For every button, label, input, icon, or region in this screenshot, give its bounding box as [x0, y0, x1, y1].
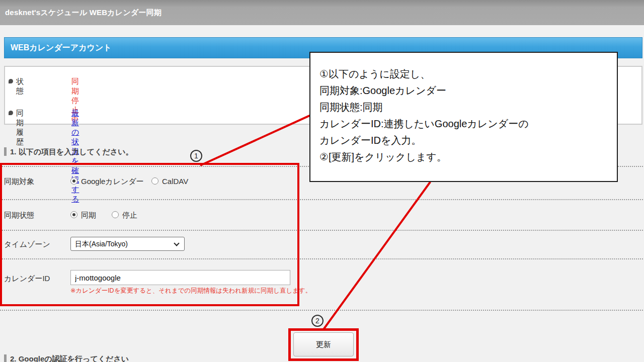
sync-target-caldav-label[interactable]: CalDAV: [162, 177, 188, 186]
status-state-label: 状態: [16, 77, 24, 96]
timezone-label: タイムゾーン: [4, 240, 50, 249]
sync-state-off-label[interactable]: 停止: [122, 211, 137, 220]
update-button[interactable]: 更新: [293, 332, 354, 356]
callout-line: カレンダーIDを入力。: [319, 132, 610, 149]
row-separator: [0, 199, 643, 200]
sync-target-label: 同期対象: [4, 177, 34, 187]
app-title-bar: desknet'sスケジュール WEBカレンダー同期: [0, 0, 644, 25]
section-2-bar: [4, 354, 7, 362]
row-separator: [0, 310, 643, 311]
callout-line: 同期状態:同期: [319, 99, 610, 116]
instruction-callout: ①以下のように設定し、 同期対象:Googleカレンダー 同期状態:同期 カレン…: [309, 52, 618, 182]
sync-target-google-label[interactable]: Googleカレンダー: [81, 177, 144, 187]
sync-state-label: 同期状態: [4, 211, 34, 220]
sync-state-on-label[interactable]: 同期: [81, 211, 96, 220]
sync-state-on-radio[interactable]: [70, 211, 77, 218]
calendar-id-label: カレンダーID: [4, 274, 50, 284]
timezone-select[interactable]: 日本(Asia/Tokyo): [70, 237, 185, 251]
sync-target-caldav-radio[interactable]: [151, 177, 158, 185]
timezone-selected-value: 日本(Asia/Tokyo): [75, 237, 128, 250]
row-separator: [0, 230, 643, 231]
callout-line: ②[更新]をクリックします。: [319, 149, 610, 165]
chevron-down-icon: [174, 240, 179, 246]
webcal-sync-settings-page: desknet'sスケジュール WEBカレンダー同期 WEBカレンダーアカウント…: [0, 0, 644, 362]
balloon-icon: [9, 79, 13, 83]
section-1-title: 1. 以下の項目を入力してください。: [10, 147, 133, 157]
balloon-icon: [9, 111, 13, 115]
section-1-bar: [4, 147, 7, 156]
step-2-badge: 2: [311, 315, 324, 327]
status-history-label: 同期履歴: [16, 109, 24, 147]
section-2-title: 2. Googleの認証を行ってください: [10, 354, 129, 362]
callout-line: 同期対象:Googleカレンダー: [319, 82, 610, 99]
row-separator: [0, 258, 643, 259]
sync-state-off-radio[interactable]: [112, 211, 119, 218]
app-title: desknet'sスケジュール WEBカレンダー同期: [5, 0, 162, 25]
calendar-id-note: ※カレンダーIDを変更すると、それまでの同期情報は失われ新規に同期し直します。: [70, 287, 311, 295]
calendar-id-input[interactable]: [70, 270, 290, 285]
sync-target-google-radio[interactable]: [70, 177, 77, 185]
callout-line: ①以下のように設定し、: [319, 66, 610, 82]
callout-line: カレンダーID:連携したいGoogleカレンダーの: [319, 116, 610, 132]
step-1-badge: 1: [190, 150, 202, 162]
annotation-pointer-line-2: [323, 182, 431, 330]
panel-title: WEBカレンダーアカウント: [11, 38, 112, 58]
